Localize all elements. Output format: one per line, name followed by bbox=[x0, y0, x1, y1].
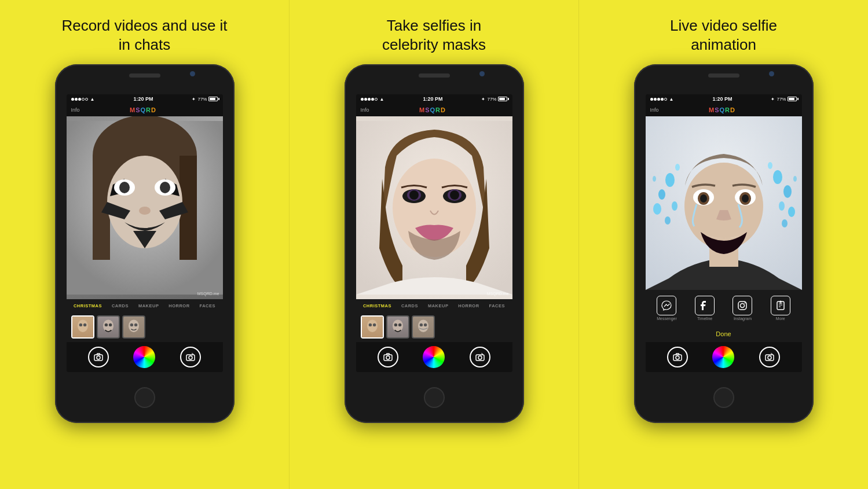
svg-point-39 bbox=[423, 323, 426, 326]
cat-horror[interactable]: HORROR bbox=[169, 303, 189, 308]
flip-camera-button-2[interactable] bbox=[470, 347, 490, 367]
category-bar-2: CHRISTMAS CARDS MAKEUP HORROR FACES bbox=[356, 299, 512, 312]
mask-thumb2-3[interactable] bbox=[412, 315, 435, 339]
svg-point-59 bbox=[783, 185, 792, 198]
svg-point-52 bbox=[742, 194, 749, 203]
svg-point-13 bbox=[103, 319, 113, 332]
svg-point-31 bbox=[367, 319, 378, 332]
messenger-label: Messenger bbox=[657, 317, 677, 321]
svg-point-7 bbox=[119, 182, 130, 193]
svg-point-37 bbox=[418, 319, 428, 332]
battery-icon-3 bbox=[788, 97, 797, 101]
status-time-3: 1:20 PM bbox=[712, 96, 732, 102]
battery-icon-2 bbox=[498, 97, 507, 101]
svg-point-32 bbox=[368, 323, 371, 326]
flip-camera-button-3[interactable] bbox=[759, 347, 780, 367]
panel-celebrity-masks: Take selfies incelebrity masks bbox=[290, 0, 579, 489]
phone-screen-1: ▲ 1:20 PM ✦ 77% Info MSQRD bbox=[67, 94, 223, 372]
phone-camera bbox=[190, 71, 195, 76]
camera-button-3[interactable] bbox=[667, 347, 688, 367]
home-button-2[interactable] bbox=[424, 387, 445, 408]
svg-point-18 bbox=[134, 323, 137, 326]
instagram-icon[interactable] bbox=[733, 296, 752, 315]
panel-2-title: Take selfies incelebrity masks bbox=[382, 16, 486, 54]
cat-christmas[interactable]: CHRISTMAS bbox=[74, 303, 102, 308]
app-nav-2: Info MSQRD bbox=[356, 104, 512, 116]
svg-point-30 bbox=[450, 190, 459, 200]
wifi-icon-3: ▲ bbox=[669, 97, 674, 102]
mask-thumb-2[interactable] bbox=[97, 315, 120, 339]
wifi-icon: ▲ bbox=[90, 97, 95, 102]
watermark-2: MSQRD.me bbox=[487, 292, 509, 296]
mask-thumb-3[interactable] bbox=[122, 315, 145, 339]
timeline-label: Timeline bbox=[697, 317, 712, 321]
signal-dot bbox=[82, 98, 85, 101]
cat2-makeup[interactable]: MAKEUP bbox=[428, 303, 449, 308]
info-button[interactable]: Info bbox=[71, 107, 80, 113]
cat-faces[interactable]: FACES bbox=[199, 303, 215, 308]
cat2-christmas[interactable]: CHRISTMAS bbox=[363, 303, 391, 308]
cat2-horror[interactable]: HORROR bbox=[458, 303, 479, 308]
svg-point-68 bbox=[741, 303, 745, 307]
info-button-2[interactable]: Info bbox=[361, 107, 369, 113]
svg-point-15 bbox=[108, 323, 111, 326]
share-messenger[interactable]: Messenger bbox=[657, 296, 677, 321]
phone-camera-3 bbox=[769, 71, 774, 76]
phone-bottom-1 bbox=[134, 372, 155, 423]
cat-cards[interactable]: CARDS bbox=[112, 303, 129, 308]
watermark-1: MSQRD.me bbox=[197, 292, 219, 296]
svg-point-20 bbox=[97, 356, 100, 359]
bottom-bar-2 bbox=[356, 342, 512, 372]
panel-live-video: Live video selfieanimation bbox=[579, 0, 868, 489]
color-wheel[interactable] bbox=[133, 346, 155, 368]
facebook-icon[interactable] bbox=[695, 296, 715, 315]
app-logo-3: MSQRD bbox=[709, 106, 735, 113]
more-share-icon[interactable] bbox=[771, 296, 790, 315]
home-button[interactable] bbox=[134, 387, 155, 408]
camera-button-2[interactable] bbox=[378, 347, 398, 367]
mask-thumb2-1[interactable] bbox=[361, 315, 384, 339]
color-wheel-3[interactable] bbox=[712, 346, 734, 368]
svg-point-33 bbox=[372, 323, 375, 326]
svg-point-41 bbox=[386, 356, 390, 359]
info-button-3[interactable]: Info bbox=[650, 107, 659, 113]
mask-thumb-1[interactable] bbox=[71, 315, 94, 339]
home-button-3[interactable] bbox=[713, 387, 734, 408]
masks-row-1 bbox=[67, 312, 223, 342]
cat-makeup[interactable]: MAKEUP bbox=[138, 303, 159, 308]
phone-speaker-3 bbox=[708, 73, 739, 78]
svg-point-11 bbox=[79, 323, 82, 326]
done-bar: Done bbox=[646, 326, 802, 342]
panel-1-title: Record videos and use itin chats bbox=[61, 16, 227, 54]
svg-point-55 bbox=[672, 201, 677, 211]
messenger-icon[interactable] bbox=[657, 296, 676, 315]
mask-thumb2-2[interactable] bbox=[386, 315, 409, 339]
panel-3-title: Live video selfieanimation bbox=[670, 16, 777, 54]
status-bar-3: ▲ 1:20 PM ✦ 77% bbox=[646, 94, 802, 104]
cat2-cards[interactable]: CARDS bbox=[401, 303, 418, 308]
share-facebook[interactable]: Timeline bbox=[695, 296, 715, 321]
cat2-faces[interactable]: FACES bbox=[489, 303, 505, 308]
bluetooth-icon-2: ✦ bbox=[481, 97, 485, 102]
share-more[interactable]: More bbox=[771, 296, 790, 321]
svg-point-66 bbox=[793, 176, 797, 182]
svg-point-74 bbox=[768, 356, 771, 359]
color-wheel-2[interactable] bbox=[423, 346, 445, 368]
svg-point-69 bbox=[745, 302, 746, 303]
svg-point-38 bbox=[419, 323, 422, 326]
bluetooth-icon-3: ✦ bbox=[771, 97, 775, 102]
share-instagram[interactable]: Instagram bbox=[733, 296, 752, 321]
phone-bottom-3 bbox=[713, 372, 734, 423]
svg-point-51 bbox=[700, 194, 707, 203]
flip-camera-button[interactable] bbox=[180, 347, 201, 367]
main-photo-3 bbox=[646, 116, 802, 290]
camera-button[interactable] bbox=[88, 347, 109, 367]
done-button[interactable]: Done bbox=[716, 330, 731, 337]
main-photo-1: MSQRD.me bbox=[67, 116, 223, 299]
phone-top-3 bbox=[634, 64, 814, 94]
svg-point-62 bbox=[782, 219, 788, 227]
svg-point-10 bbox=[78, 319, 88, 332]
svg-point-54 bbox=[658, 189, 665, 200]
phone-top-2 bbox=[345, 64, 524, 94]
status-bar-1: ▲ 1:20 PM ✦ 77% bbox=[67, 94, 223, 104]
